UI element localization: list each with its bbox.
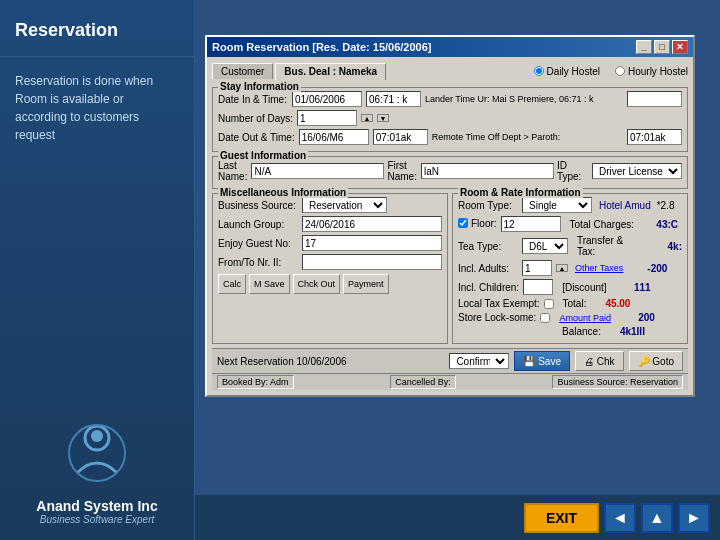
- room-rate-section-label: Room & Rate Information: [458, 187, 583, 198]
- room-rate-section: Room & Rate Information Room Type: Singl…: [452, 193, 688, 344]
- enjoy-guest-input[interactable]: [302, 235, 442, 251]
- num-days-input[interactable]: [297, 110, 357, 126]
- total-charges-label: Total Charges:: [570, 219, 634, 230]
- discount-label: [Discount]: [562, 282, 606, 293]
- from-to-input[interactable]: [302, 254, 442, 270]
- company-name: Anand System Inc: [36, 498, 157, 514]
- tab-customer[interactable]: Customer: [212, 63, 273, 79]
- misc-section-label: Miscellaneous Information: [218, 187, 348, 198]
- nav-prev-button[interactable]: ◄: [604, 503, 636, 533]
- middle-sections: Miscellaneous Information Business Sourc…: [212, 193, 688, 344]
- tabs-area: Customer Bus. Deal : Nameka: [212, 62, 386, 79]
- balance-value: 4k1III: [605, 326, 645, 337]
- first-name-input[interactable]: [421, 163, 554, 179]
- tea-type-label: Tea Type:: [458, 241, 518, 252]
- total-value: 45.00: [590, 298, 630, 309]
- enjoy-guest-label: Enjoy Guest No:: [218, 238, 298, 249]
- last-name-label: Last Name:: [218, 160, 247, 182]
- checkin-extra[interactable]: [627, 91, 682, 107]
- num-days-label: Number of Days:: [218, 113, 293, 124]
- maximize-button[interactable]: □: [654, 40, 670, 54]
- tea-type-row: Tea Type: D6L Transfer & Tax: 4k:: [458, 235, 682, 257]
- radio-area: Daily Hostel Hourly Hostel: [534, 66, 688, 77]
- guest-info-row: Last Name: First Name: ID Type: Driver L…: [218, 160, 682, 185]
- amount-paid-link[interactable]: Amount Paid: [559, 313, 611, 323]
- days-up-btn[interactable]: ▲: [361, 114, 373, 122]
- launch-group-input[interactable]: [302, 216, 442, 232]
- bottom-exit-area: EXIT ◄ ▲ ►: [195, 495, 720, 540]
- incl-adults-row: Incl. Adults: ▲ Other Taxes -200: [458, 260, 682, 276]
- nav-next-button[interactable]: ►: [678, 503, 710, 533]
- store-lock-checkbox[interactable]: [540, 313, 550, 323]
- other-taxes-link[interactable]: Other Taxes: [575, 263, 623, 273]
- floor-checkbox[interactable]: [458, 218, 468, 228]
- incl-children-label: Incl. Children:: [458, 282, 519, 293]
- floor-label: Floor:: [471, 218, 497, 229]
- business-source-select[interactable]: Reservation: [302, 197, 387, 213]
- booked-by-status: Booked By: Adm: [217, 375, 294, 389]
- hourly-hostel-label: Hourly Hostel: [628, 66, 688, 77]
- calc-button[interactable]: Calc: [218, 274, 246, 294]
- transfer-tax-label: Transfer & Tax:: [577, 235, 638, 257]
- stay-section-label: Stay Information: [218, 81, 301, 92]
- id-type-row: ID Type: Driver License: [557, 160, 682, 182]
- store-lock-row: Store Lock-some: Amount Paid 200: [458, 312, 682, 323]
- tax-exempt-checkbox[interactable]: [544, 299, 554, 309]
- date-out-input[interactable]: [299, 129, 369, 145]
- launch-group-label: Launch Group:: [218, 219, 298, 230]
- close-button[interactable]: ✕: [672, 40, 688, 54]
- balance-label: Balance:: [562, 326, 601, 337]
- room-type-select[interactable]: Single: [522, 197, 592, 213]
- transfer-tax-value: 4k:: [642, 241, 682, 252]
- id-type-select[interactable]: Driver License: [592, 163, 682, 179]
- company-subtitle: Business Software Expert: [40, 514, 155, 525]
- dialog-titlebar: Room Reservation [Res. Date: 15/06/2006]…: [207, 37, 693, 57]
- tax-exempt-row: Local Tax Exempt: Total: 45.00: [458, 298, 682, 309]
- business-source-label: Business Source:: [218, 200, 298, 211]
- goto-button[interactable]: 🔑 Goto: [629, 351, 683, 371]
- time-out-input[interactable]: [373, 129, 428, 145]
- tab-bus-deal[interactable]: Bus. Deal : Nameka: [275, 63, 386, 80]
- date-out-row: Date Out & Time: Remote Time Off Dept > …: [218, 129, 682, 145]
- num-days-row: Number of Days: ▲ ▼: [218, 110, 682, 126]
- days-down-btn[interactable]: ▼: [377, 114, 389, 122]
- remote-time-input[interactable]: [627, 129, 682, 145]
- exit-button[interactable]: EXIT: [524, 503, 599, 533]
- radio-daily-hostel[interactable]: Daily Hostel: [534, 66, 600, 77]
- radio-hourly-hostel[interactable]: Hourly Hostel: [615, 66, 688, 77]
- chck-out-button[interactable]: Chck Out: [293, 274, 341, 294]
- time-in-input[interactable]: [366, 91, 421, 107]
- chk-button[interactable]: 🖨 Chk: [575, 351, 624, 371]
- tea-type-select[interactable]: D6L: [522, 238, 568, 254]
- save-button[interactable]: 💾 Save: [514, 351, 570, 371]
- last-name-input[interactable]: [251, 163, 384, 179]
- dialog-window: Room Reservation [Res. Date: 15/06/2006]…: [205, 35, 695, 397]
- logo-area: Anand System Inc Business Software Exper…: [0, 403, 194, 540]
- dialog-body: Customer Bus. Deal : Nameka Daily Hostel…: [207, 57, 693, 395]
- incl-children-row: Incl. Children: [Discount] 111: [458, 279, 682, 295]
- dialog-title: Room Reservation [Res. Date: 15/06/2006]: [212, 41, 431, 53]
- first-name-row: First Name:: [387, 160, 553, 182]
- tax-exempt-label: Local Tax Exempt:: [458, 298, 540, 309]
- remote-time-label: Remote Time Off Dept > Paroth:: [432, 132, 623, 142]
- floor-input[interactable]: [501, 216, 561, 232]
- hotel-rate-value: *2.8: [657, 200, 675, 211]
- company-logo-icon: [62, 418, 132, 488]
- business-source-row: Business Source: Reservation: [218, 197, 442, 213]
- incl-children-input[interactable]: [523, 279, 553, 295]
- nav-up-button[interactable]: ▲: [641, 503, 673, 533]
- confirm-select[interactable]: Confirm: [449, 353, 509, 369]
- m-save-button[interactable]: M Save: [249, 274, 290, 294]
- next-reservation-label: Next Reservation 10/06/2006: [217, 356, 444, 367]
- incl-adults-input[interactable]: [522, 260, 552, 276]
- titlebar-buttons: _ □ ✕: [636, 40, 688, 54]
- other-taxes-value: -200: [627, 263, 667, 274]
- date-in-input[interactable]: [292, 91, 362, 107]
- last-name-row: Last Name:: [218, 160, 384, 182]
- adults-up-btn[interactable]: ▲: [556, 264, 568, 272]
- sidebar-title: Reservation: [0, 0, 194, 57]
- sidebar: Reservation Reservation is done when Roo…: [0, 0, 195, 540]
- payment-button[interactable]: Payment: [343, 274, 389, 294]
- minimize-button[interactable]: _: [636, 40, 652, 54]
- room-type-label: Room Type:: [458, 200, 518, 211]
